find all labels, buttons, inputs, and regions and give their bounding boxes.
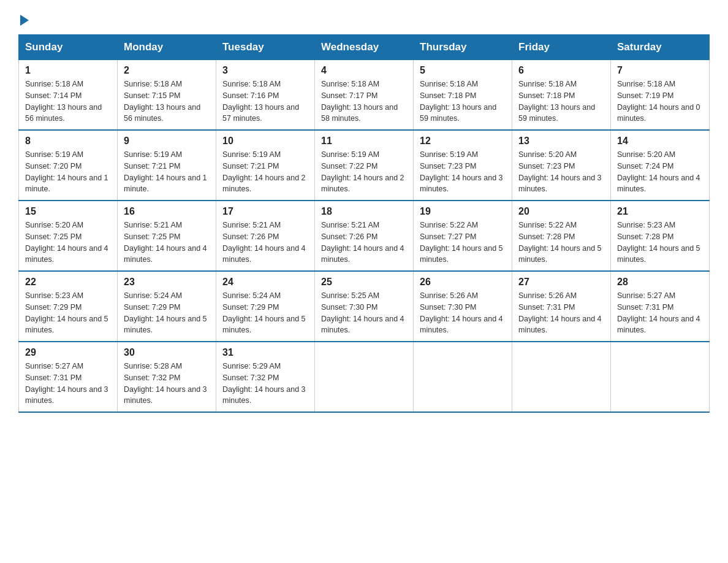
day-number: 20 <box>518 206 604 217</box>
day-info: Sunrise: 5:20 AMSunset: 7:24 PMDaylight:… <box>617 149 703 195</box>
day-number: 16 <box>124 206 210 217</box>
calendar-day-cell: 2Sunrise: 5:18 AMSunset: 7:15 PMDaylight… <box>118 60 216 131</box>
calendar-table: SundayMondayTuesdayWednesdayThursdayFrid… <box>18 34 710 413</box>
calendar-day-cell: 22Sunrise: 5:23 AMSunset: 7:29 PMDayligh… <box>19 271 118 342</box>
calendar-day-cell: 14Sunrise: 5:20 AMSunset: 7:24 PMDayligh… <box>611 130 710 201</box>
day-info: Sunrise: 5:23 AMSunset: 7:28 PMDaylight:… <box>617 220 703 266</box>
day-info: Sunrise: 5:18 AMSunset: 7:19 PMDaylight:… <box>617 79 703 124</box>
day-number: 28 <box>617 277 703 288</box>
day-info: Sunrise: 5:18 AMSunset: 7:14 PMDaylight:… <box>25 79 111 124</box>
calendar-day-cell: 25Sunrise: 5:25 AMSunset: 7:30 PMDayligh… <box>315 271 414 342</box>
day-number: 15 <box>25 206 111 217</box>
calendar-week-row: 1Sunrise: 5:18 AMSunset: 7:14 PMDaylight… <box>19 60 710 131</box>
day-number: 24 <box>222 277 308 288</box>
calendar-day-cell <box>414 342 512 412</box>
calendar-day-cell: 16Sunrise: 5:21 AMSunset: 7:25 PMDayligh… <box>118 201 216 271</box>
day-info: Sunrise: 5:20 AMSunset: 7:25 PMDaylight:… <box>25 220 111 266</box>
day-info: Sunrise: 5:24 AMSunset: 7:29 PMDaylight:… <box>222 290 308 336</box>
day-info: Sunrise: 5:19 AMSunset: 7:21 PMDaylight:… <box>222 149 308 195</box>
calendar-day-cell: 3Sunrise: 5:18 AMSunset: 7:16 PMDaylight… <box>216 60 315 131</box>
calendar-day-cell: 31Sunrise: 5:29 AMSunset: 7:32 PMDayligh… <box>216 342 315 412</box>
calendar-day-cell: 24Sunrise: 5:24 AMSunset: 7:29 PMDayligh… <box>216 271 315 342</box>
day-number: 9 <box>124 136 210 147</box>
weekday-header-thursday: Thursday <box>414 35 512 60</box>
logo <box>18 12 29 23</box>
day-info: Sunrise: 5:28 AMSunset: 7:32 PMDaylight:… <box>124 361 210 407</box>
calendar-day-cell: 30Sunrise: 5:28 AMSunset: 7:32 PMDayligh… <box>118 342 216 412</box>
day-number: 11 <box>321 136 407 147</box>
day-number: 3 <box>222 65 308 76</box>
day-info: Sunrise: 5:19 AMSunset: 7:23 PMDaylight:… <box>420 149 506 195</box>
calendar-week-row: 15Sunrise: 5:20 AMSunset: 7:25 PMDayligh… <box>19 201 710 271</box>
calendar-day-cell: 7Sunrise: 5:18 AMSunset: 7:19 PMDaylight… <box>611 60 710 131</box>
day-info: Sunrise: 5:18 AMSunset: 7:16 PMDaylight:… <box>222 79 308 124</box>
day-info: Sunrise: 5:19 AMSunset: 7:21 PMDaylight:… <box>124 149 210 195</box>
calendar-week-row: 29Sunrise: 5:27 AMSunset: 7:31 PMDayligh… <box>19 342 710 412</box>
calendar-day-cell: 17Sunrise: 5:21 AMSunset: 7:26 PMDayligh… <box>216 201 315 271</box>
calendar-day-cell <box>611 342 710 412</box>
calendar-day-cell: 27Sunrise: 5:26 AMSunset: 7:31 PMDayligh… <box>512 271 611 342</box>
calendar-day-cell: 19Sunrise: 5:22 AMSunset: 7:27 PMDayligh… <box>414 201 512 271</box>
day-number: 4 <box>321 65 407 76</box>
calendar-day-cell: 20Sunrise: 5:22 AMSunset: 7:28 PMDayligh… <box>512 201 611 271</box>
day-number: 23 <box>124 277 210 288</box>
day-number: 27 <box>518 277 604 288</box>
weekday-header-tuesday: Tuesday <box>216 35 315 60</box>
day-number: 7 <box>617 65 703 76</box>
weekday-header-saturday: Saturday <box>611 35 710 60</box>
day-number: 17 <box>222 206 308 217</box>
calendar-day-cell: 10Sunrise: 5:19 AMSunset: 7:21 PMDayligh… <box>216 130 315 201</box>
day-info: Sunrise: 5:24 AMSunset: 7:29 PMDaylight:… <box>124 290 210 336</box>
calendar-day-cell: 23Sunrise: 5:24 AMSunset: 7:29 PMDayligh… <box>118 271 216 342</box>
day-info: Sunrise: 5:22 AMSunset: 7:28 PMDaylight:… <box>518 220 604 266</box>
day-number: 19 <box>420 206 506 217</box>
day-info: Sunrise: 5:21 AMSunset: 7:25 PMDaylight:… <box>124 220 210 266</box>
header <box>18 12 710 23</box>
calendar-day-cell <box>512 342 611 412</box>
calendar-day-cell <box>315 342 414 412</box>
day-info: Sunrise: 5:26 AMSunset: 7:31 PMDaylight:… <box>518 290 604 336</box>
calendar-day-cell: 11Sunrise: 5:19 AMSunset: 7:22 PMDayligh… <box>315 130 414 201</box>
day-number: 2 <box>124 65 210 76</box>
day-number: 18 <box>321 206 407 217</box>
day-number: 5 <box>420 65 506 76</box>
day-number: 31 <box>222 347 308 358</box>
day-info: Sunrise: 5:19 AMSunset: 7:22 PMDaylight:… <box>321 149 407 195</box>
calendar-day-cell: 15Sunrise: 5:20 AMSunset: 7:25 PMDayligh… <box>19 201 118 271</box>
calendar-day-cell: 6Sunrise: 5:18 AMSunset: 7:18 PMDaylight… <box>512 60 611 131</box>
weekday-header-sunday: Sunday <box>19 35 118 60</box>
day-info: Sunrise: 5:27 AMSunset: 7:31 PMDaylight:… <box>617 290 703 336</box>
day-number: 10 <box>222 136 308 147</box>
day-info: Sunrise: 5:22 AMSunset: 7:27 PMDaylight:… <box>420 220 506 266</box>
day-info: Sunrise: 5:25 AMSunset: 7:30 PMDaylight:… <box>321 290 407 336</box>
weekday-header-row: SundayMondayTuesdayWednesdayThursdayFrid… <box>19 35 710 60</box>
day-number: 13 <box>518 136 604 147</box>
day-number: 1 <box>25 65 111 76</box>
day-number: 6 <box>518 65 604 76</box>
calendar-week-row: 8Sunrise: 5:19 AMSunset: 7:20 PMDaylight… <box>19 130 710 201</box>
day-info: Sunrise: 5:18 AMSunset: 7:17 PMDaylight:… <box>321 79 407 124</box>
day-info: Sunrise: 5:21 AMSunset: 7:26 PMDaylight:… <box>321 220 407 266</box>
weekday-header-wednesday: Wednesday <box>315 35 414 60</box>
logo-arrow-icon <box>20 15 29 26</box>
day-info: Sunrise: 5:18 AMSunset: 7:18 PMDaylight:… <box>420 79 506 124</box>
day-number: 26 <box>420 277 506 288</box>
calendar-day-cell: 8Sunrise: 5:19 AMSunset: 7:20 PMDaylight… <box>19 130 118 201</box>
calendar-day-cell: 12Sunrise: 5:19 AMSunset: 7:23 PMDayligh… <box>414 130 512 201</box>
calendar-day-cell: 1Sunrise: 5:18 AMSunset: 7:14 PMDaylight… <box>19 60 118 131</box>
day-number: 8 <box>25 136 111 147</box>
calendar-day-cell: 28Sunrise: 5:27 AMSunset: 7:31 PMDayligh… <box>611 271 710 342</box>
day-info: Sunrise: 5:29 AMSunset: 7:32 PMDaylight:… <box>222 361 308 407</box>
day-number: 21 <box>617 206 703 217</box>
calendar-day-cell: 26Sunrise: 5:26 AMSunset: 7:30 PMDayligh… <box>414 271 512 342</box>
calendar-day-cell: 5Sunrise: 5:18 AMSunset: 7:18 PMDaylight… <box>414 60 512 131</box>
day-number: 29 <box>25 347 111 358</box>
day-info: Sunrise: 5:27 AMSunset: 7:31 PMDaylight:… <box>25 361 111 407</box>
calendar-day-cell: 9Sunrise: 5:19 AMSunset: 7:21 PMDaylight… <box>118 130 216 201</box>
day-number: 30 <box>124 347 210 358</box>
day-info: Sunrise: 5:21 AMSunset: 7:26 PMDaylight:… <box>222 220 308 266</box>
calendar-day-cell: 4Sunrise: 5:18 AMSunset: 7:17 PMDaylight… <box>315 60 414 131</box>
day-number: 25 <box>321 277 407 288</box>
day-number: 14 <box>617 136 703 147</box>
day-info: Sunrise: 5:20 AMSunset: 7:23 PMDaylight:… <box>518 149 604 195</box>
